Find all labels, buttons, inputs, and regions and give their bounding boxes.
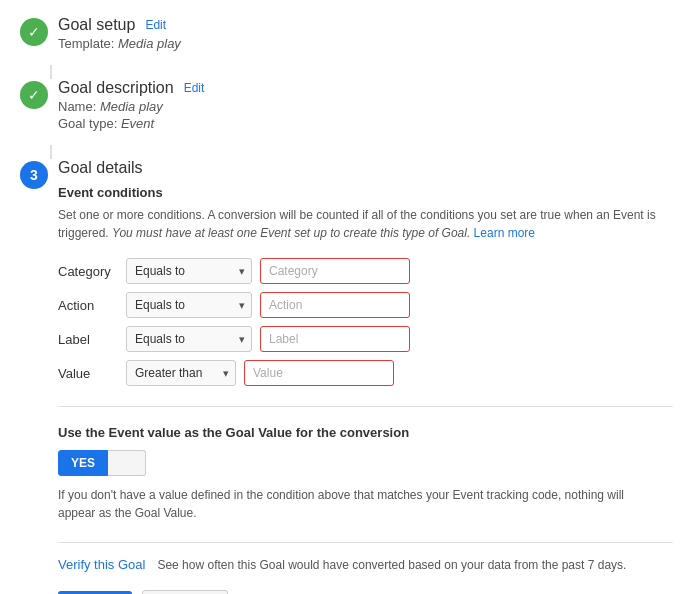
goal-description-name: Name: Media play bbox=[58, 99, 673, 114]
cancel-button[interactable]: Cancel bbox=[142, 590, 228, 594]
verify-desc: See how often this Goal would have conve… bbox=[157, 558, 626, 572]
goal-setup-meta: Template: Media play bbox=[58, 36, 673, 51]
page-container: ✓ Goal setup Edit Template: Media play ✓… bbox=[0, 0, 693, 594]
condition-row-value: Value Greater than Less than Equals to bbox=[58, 360, 673, 386]
event-value-section: Use the Event value as the Goal Value fo… bbox=[58, 406, 673, 522]
category-label: Category bbox=[58, 264, 118, 279]
condition-row-action: Action Equals to Contains Matches RegExp bbox=[58, 292, 673, 318]
label-select[interactable]: Equals to Contains Matches RegExp bbox=[126, 326, 252, 352]
goal-type-value: Event bbox=[121, 116, 154, 131]
goal-details-content: Goal details Event conditions Set one or… bbox=[58, 159, 673, 594]
value-input[interactable] bbox=[244, 360, 394, 386]
verify-goal-link[interactable]: Verify this Goal bbox=[58, 557, 145, 572]
action-select[interactable]: Equals to Contains Matches RegExp bbox=[126, 292, 252, 318]
toggle-row: YES bbox=[58, 450, 673, 476]
condition-row-category: Category Equals to Contains Matches RegE… bbox=[58, 258, 673, 284]
conditions-table: Category Equals to Contains Matches RegE… bbox=[58, 258, 673, 386]
template-label: Template: bbox=[58, 36, 114, 51]
connector-line-2 bbox=[50, 145, 52, 159]
event-value-desc: If you don't have a value defined in the… bbox=[58, 486, 658, 522]
goal-details-title: Goal details bbox=[58, 159, 143, 177]
goal-setup-content: Goal setup Edit Template: Media play bbox=[58, 16, 673, 51]
action-select-wrapper: Equals to Contains Matches RegExp bbox=[126, 292, 252, 318]
action-input[interactable] bbox=[260, 292, 410, 318]
verify-section: Verify this Goal See how often this Goal… bbox=[58, 542, 673, 572]
goal-description-step-icon: ✓ bbox=[20, 81, 48, 109]
learn-more-link[interactable]: Learn more bbox=[474, 226, 535, 240]
event-conditions-desc: Set one or more conditions. A conversion… bbox=[58, 206, 673, 242]
value-select[interactable]: Greater than Less than Equals to bbox=[126, 360, 236, 386]
goal-description-type: Goal type: Event bbox=[58, 116, 673, 131]
category-select-wrapper: Equals to Contains Matches RegExp bbox=[126, 258, 252, 284]
goal-details-section: 3 Goal details Event conditions Set one … bbox=[20, 159, 673, 594]
goal-type-label: Goal type: bbox=[58, 116, 117, 131]
category-select[interactable]: Equals to Contains Matches RegExp bbox=[126, 258, 252, 284]
goal-setup-edit-link[interactable]: Edit bbox=[145, 18, 166, 32]
label-input[interactable] bbox=[260, 326, 410, 352]
name-value: Media play bbox=[100, 99, 163, 114]
goal-description-content: Goal description Edit Name: Media play G… bbox=[58, 79, 673, 131]
check-icon-2: ✓ bbox=[28, 87, 40, 103]
action-label: Action bbox=[58, 298, 118, 313]
name-label: Name: bbox=[58, 99, 96, 114]
footer-buttons: Save Cancel bbox=[58, 590, 673, 594]
toggle-no-button[interactable] bbox=[108, 450, 146, 476]
label-select-wrapper: Equals to Contains Matches RegExp bbox=[126, 326, 252, 352]
goal-details-title-row: Goal details bbox=[58, 159, 673, 177]
goal-setup-section: ✓ Goal setup Edit Template: Media play bbox=[20, 16, 673, 51]
goal-description-section: ✓ Goal description Edit Name: Media play… bbox=[20, 79, 673, 131]
connector-line-1 bbox=[50, 65, 52, 79]
goal-description-title: Goal description bbox=[58, 79, 174, 97]
template-value: Media play bbox=[118, 36, 181, 51]
conditions-desc-italic: You must have at least one Event set up … bbox=[112, 226, 470, 240]
label-label: Label bbox=[58, 332, 118, 347]
goal-description-edit-link[interactable]: Edit bbox=[184, 81, 205, 95]
check-icon: ✓ bbox=[28, 24, 40, 40]
event-conditions-title: Event conditions bbox=[58, 185, 673, 200]
step-number: 3 bbox=[30, 167, 38, 183]
goal-setup-title-row: Goal setup Edit bbox=[58, 16, 673, 34]
value-label: Value bbox=[58, 366, 118, 381]
category-input[interactable] bbox=[260, 258, 410, 284]
goal-description-title-row: Goal description Edit bbox=[58, 79, 673, 97]
goal-setup-step-icon: ✓ bbox=[20, 18, 48, 46]
condition-row-label: Label Equals to Contains Matches RegExp bbox=[58, 326, 673, 352]
toggle-yes-button[interactable]: YES bbox=[58, 450, 108, 476]
goal-setup-title: Goal setup bbox=[58, 16, 135, 34]
value-select-wrapper: Greater than Less than Equals to bbox=[126, 360, 236, 386]
goal-details-step-icon: 3 bbox=[20, 161, 48, 189]
event-value-title: Use the Event value as the Goal Value fo… bbox=[58, 425, 673, 440]
